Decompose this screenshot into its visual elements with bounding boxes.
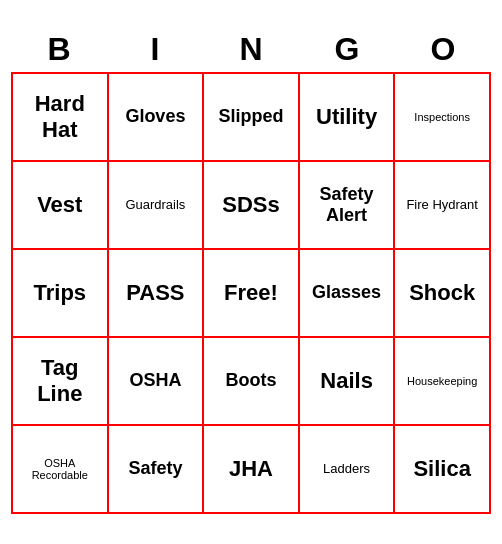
bingo-cell: Vest: [13, 162, 109, 250]
bingo-row: OSHA RecordableSafetyJHALaddersSilica: [13, 426, 491, 514]
bingo-cell: Ladders: [300, 426, 396, 514]
cell-text: Gloves: [125, 106, 185, 127]
bingo-cell: Silica: [395, 426, 491, 514]
bingo-cell: SDSs: [204, 162, 300, 250]
cell-text: Housekeeping: [407, 375, 477, 387]
header-letter: N: [207, 31, 295, 68]
cell-text: Nails: [320, 368, 373, 394]
bingo-row: Hard HatGlovesSlippedUtilityInspections: [13, 74, 491, 162]
bingo-cell: Slipped: [204, 74, 300, 162]
bingo-cell: Nails: [300, 338, 396, 426]
header-letter: O: [399, 31, 487, 68]
cell-text: Hard Hat: [17, 91, 103, 143]
bingo-cell: Free!: [204, 250, 300, 338]
bingo-cell: Glasses: [300, 250, 396, 338]
bingo-cell: OSHA Recordable: [13, 426, 109, 514]
bingo-card: BINGO Hard HatGlovesSlippedUtilityInspec…: [11, 31, 491, 514]
bingo-header: BINGO: [11, 31, 491, 68]
bingo-cell: PASS: [109, 250, 205, 338]
header-letter: I: [111, 31, 199, 68]
cell-text: Tag Line: [17, 355, 103, 407]
bingo-cell: Gloves: [109, 74, 205, 162]
bingo-row: TripsPASSFree!GlassesShock: [13, 250, 491, 338]
cell-text: Ladders: [323, 461, 370, 476]
cell-text: Inspections: [414, 111, 470, 123]
header-letter: G: [303, 31, 391, 68]
cell-text: Glasses: [312, 282, 381, 303]
bingo-row: VestGuardrailsSDSsSafety AlertFire Hydra…: [13, 162, 491, 250]
bingo-cell: Guardrails: [109, 162, 205, 250]
cell-text: Utility: [316, 104, 377, 130]
cell-text: Fire Hydrant: [406, 197, 478, 212]
cell-text: OSHA: [129, 370, 181, 391]
cell-text: PASS: [126, 280, 184, 306]
bingo-grid: Hard HatGlovesSlippedUtilityInspectionsV…: [11, 72, 491, 514]
cell-text: JHA: [229, 456, 273, 482]
bingo-cell: Tag Line: [13, 338, 109, 426]
cell-text: Vest: [37, 192, 82, 218]
cell-text: Free!: [224, 280, 278, 306]
header-letter: B: [15, 31, 103, 68]
bingo-cell: Boots: [204, 338, 300, 426]
cell-text: Safety Alert: [304, 184, 390, 226]
bingo-cell: Inspections: [395, 74, 491, 162]
cell-text: Slipped: [218, 106, 283, 127]
cell-text: SDSs: [222, 192, 279, 218]
cell-text: Boots: [225, 370, 276, 391]
bingo-cell: Hard Hat: [13, 74, 109, 162]
bingo-cell: Housekeeping: [395, 338, 491, 426]
bingo-cell: OSHA: [109, 338, 205, 426]
cell-text: Trips: [34, 280, 87, 306]
bingo-cell: Safety Alert: [300, 162, 396, 250]
bingo-cell: Shock: [395, 250, 491, 338]
cell-text: Shock: [409, 280, 475, 306]
bingo-cell: Utility: [300, 74, 396, 162]
bingo-cell: JHA: [204, 426, 300, 514]
bingo-cell: Trips: [13, 250, 109, 338]
cell-text: Silica: [413, 456, 470, 482]
cell-text: Safety: [128, 458, 182, 479]
cell-text: Guardrails: [125, 197, 185, 212]
bingo-cell: Safety: [109, 426, 205, 514]
bingo-cell: Fire Hydrant: [395, 162, 491, 250]
bingo-row: Tag LineOSHABootsNailsHousekeeping: [13, 338, 491, 426]
cell-text: OSHA Recordable: [17, 457, 103, 481]
